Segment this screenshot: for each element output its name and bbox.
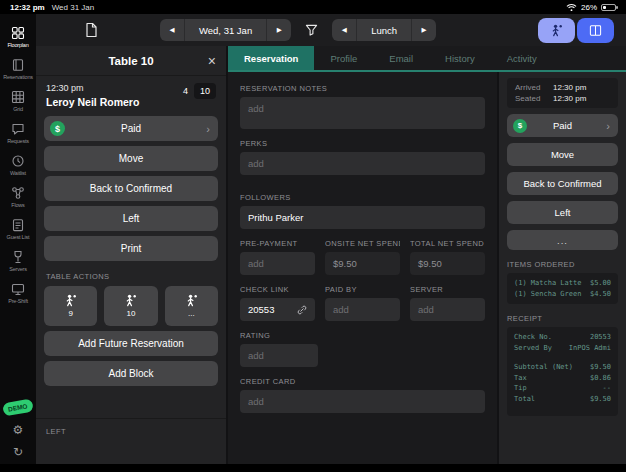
next-shift-button[interactable]: ▶ <box>412 19 436 41</box>
person-star-icon <box>185 294 198 307</box>
server-label: SERVER <box>410 285 485 294</box>
followers-label: FOLLOWERS <box>240 193 485 202</box>
item-price: $4.50 <box>590 289 611 300</box>
seated-label: Seated <box>515 93 545 104</box>
link-icon[interactable] <box>297 305 307 315</box>
sidebar-item-floorplan[interactable]: Floorplan <box>0 26 36 48</box>
paid-status-button[interactable]: $ Paid › <box>44 116 218 141</box>
prev-shift-button[interactable]: ◀ <box>332 19 356 41</box>
move-button[interactable]: Move <box>44 146 218 171</box>
pre-payment-field[interactable]: add <box>240 252 315 275</box>
rating-field[interactable]: add <box>240 344 318 367</box>
reservation-summary: 12:30 pm Leroy Neil Romero 4 10 <box>36 76 226 111</box>
person-star-icon <box>124 294 137 307</box>
sidebar-item-servers[interactable]: Servers <box>0 250 36 272</box>
close-icon[interactable]: × <box>208 53 216 69</box>
sidebar-item-label: Pre-Shift <box>8 298 28 304</box>
onsite-net-spend-label: ONSITE NET SPEND <box>325 239 400 248</box>
receipt-row: Tip -- <box>514 383 611 394</box>
onsite-net-spend-value: $9.50 <box>333 258 357 269</box>
filter-funnel-icon <box>305 24 318 36</box>
reservation-detail: Reservation Profile Email History Activi… <box>228 46 626 464</box>
sidebar-item-pre-shift[interactable]: Pre-Shift <box>0 282 36 304</box>
chevron-right-icon: › <box>606 120 610 132</box>
pre-payment-label: PRE-PAYMENT <box>240 239 315 248</box>
table-action-10[interactable]: 10 <box>104 286 157 326</box>
person-star-icon <box>550 24 563 37</box>
table-action-more[interactable]: ... <box>165 286 218 326</box>
date-selector: ◀ Wed, 31 Jan ▶ <box>160 19 291 41</box>
tab-reservation[interactable]: Reservation <box>228 46 314 70</box>
sidebar-item-requests[interactable]: Requests <box>0 122 36 144</box>
sidebar-item-reservations[interactable]: Reservations <box>0 58 36 80</box>
order-item: (1) Matcha Latte $5.00 <box>514 278 611 289</box>
credit-card-label: CREDIT CARD <box>240 377 485 386</box>
field-placeholder: add <box>248 103 264 114</box>
server-field[interactable]: add <box>410 298 485 321</box>
prev-day-button[interactable]: ◀ <box>160 19 184 41</box>
sidebar-item-label: Flows <box>11 202 24 208</box>
left-button[interactable]: Left <box>44 206 218 231</box>
add-block-button[interactable]: Add Block <box>44 361 218 386</box>
check-link-field[interactable]: 20553 <box>240 298 315 321</box>
perks-label: PERKS <box>240 139 485 148</box>
table-action-number: ... <box>188 309 195 318</box>
detail-tabbar: Reservation Profile Email History Activi… <box>228 46 626 72</box>
settings-gear-icon[interactable]: ⚙ <box>13 424 24 436</box>
tab-history[interactable]: History <box>429 46 491 70</box>
left-button[interactable]: Left <box>507 201 618 224</box>
receipt-label: Served By <box>514 343 552 354</box>
sidebar-item-flows[interactable]: Flows <box>0 186 36 208</box>
date-label[interactable]: Wed, 31 Jan <box>184 19 267 41</box>
left-section-heading: LEFT <box>36 418 226 444</box>
tab-activity[interactable]: Activity <box>491 46 553 70</box>
receipt-label: Tip <box>514 383 527 394</box>
table-actions-row: 9 10 ... <box>44 286 218 326</box>
auto-assign-button[interactable] <box>538 18 575 43</box>
sidebar-item-label: Servers <box>9 266 27 272</box>
credit-card-field[interactable]: add <box>240 390 485 413</box>
notes-document-button[interactable] <box>84 22 98 38</box>
sidebar-item-guest-list[interactable]: Guest List <box>0 218 36 240</box>
shift-label[interactable]: Lunch <box>356 19 412 41</box>
tab-profile[interactable]: Profile <box>314 46 373 70</box>
filter-button[interactable] <box>305 24 318 36</box>
back-to-confirmed-button[interactable]: Back to Confirmed <box>507 172 618 195</box>
add-future-reservation-button[interactable]: Add Future Reservation <box>44 331 218 356</box>
sidebar-item-grid[interactable]: Grid <box>0 90 36 112</box>
paid-status-button[interactable]: $ Paid › <box>507 114 618 137</box>
followers-field[interactable]: Prithu Parker <box>240 206 485 229</box>
more-actions-button[interactable]: ... <box>507 230 618 250</box>
table-number-badge: 10 <box>194 83 216 99</box>
reservation-book-button[interactable] <box>577 18 614 43</box>
dollar-circle-icon: $ <box>50 121 65 136</box>
print-button[interactable]: Print <box>44 236 218 261</box>
receipt-label: Subtotal (Net) <box>514 362 573 373</box>
tab-email[interactable]: Email <box>373 46 429 70</box>
sidebar-item-waitlist[interactable]: Waitlist <box>0 154 36 176</box>
move-button[interactable]: Move <box>507 143 618 166</box>
receipt-value: -- <box>603 383 611 394</box>
field-placeholder: add <box>248 158 264 169</box>
order-item: (1) Sencha Green $4.50 <box>514 289 611 300</box>
paid-by-field[interactable]: add <box>325 298 400 321</box>
total-net-spend-label: TOTAL NET SPEND <box>410 239 485 248</box>
reservation-notes-field[interactable]: add <box>240 97 485 129</box>
table-action-9[interactable]: 9 <box>44 286 97 326</box>
clock-time: 12:32 pm <box>10 3 45 12</box>
reservation-time: 12:30 pm <box>46 83 139 93</box>
item-name: (1) Matcha Latte <box>514 278 581 289</box>
book-icon <box>589 24 602 37</box>
sidebar-item-label: Guest List <box>7 234 30 240</box>
back-to-confirmed-button[interactable]: Back to Confirmed <box>44 176 218 201</box>
table-actions-heading: TABLE ACTIONS <box>46 272 216 281</box>
reservation-form: RESERVATION NOTES add PERKS add FOLLOWER… <box>228 72 497 464</box>
guest-list-icon <box>11 218 25 232</box>
perks-field[interactable]: add <box>240 152 485 175</box>
paid-label: Paid <box>121 123 141 134</box>
refresh-icon[interactable]: ↻ <box>13 446 23 458</box>
app-sidebar: Floorplan Reservations Grid Requests Wai… <box>0 14 36 464</box>
receipt-label: Tax <box>514 373 527 384</box>
seated-time: 12:30 pm <box>553 93 586 104</box>
next-day-button[interactable]: ▶ <box>267 19 291 41</box>
